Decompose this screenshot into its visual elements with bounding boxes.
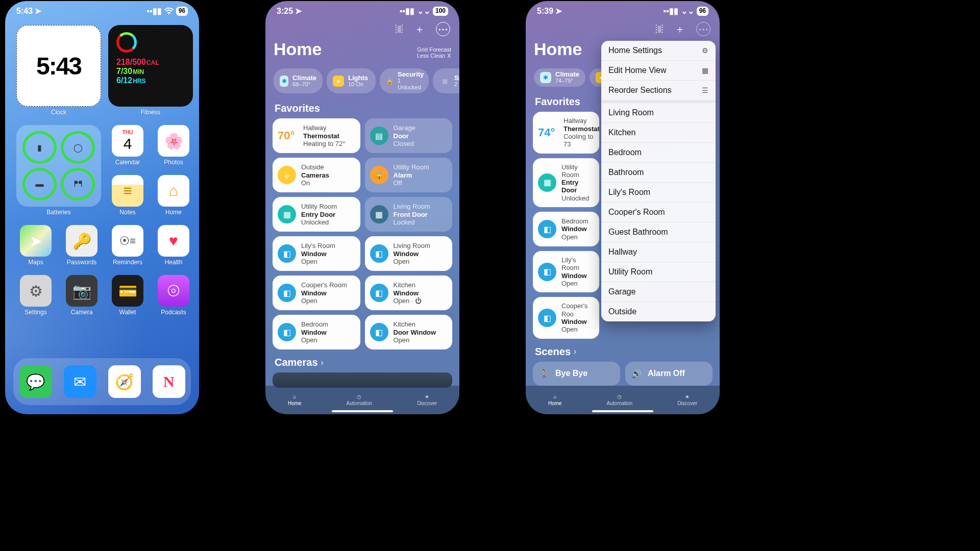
photos-app[interactable]: 🌸 [158,125,189,157]
batteries-widget-label: Batteries [46,209,70,216]
accessory-tile[interactable]: ◧KitchenWindowOpen · ⏻ [365,276,453,310]
favorites-grid: 70°HallwayThermostatHeating to 72°▤Garag… [265,118,459,349]
reminders-app[interactable]: ⦿≡ [112,225,143,257]
chevron-right-icon: › [321,358,324,367]
menu-room-cooper-s-room[interactable]: Cooper's Room [601,203,716,222]
accessory-tile[interactable]: ◧Lily's RoomWindowOpen [533,251,599,292]
settings-app[interactable]: ⚙ [20,275,52,307]
airpods-battery-icon: ᖰᖳ [61,168,95,201]
health-app[interactable]: ♥ [158,225,189,257]
more-button[interactable]: ⋯ [696,22,710,36]
wallet-app[interactable]: 💳 [112,275,143,307]
notes-icon: ≡ [123,182,132,199]
accessory-tile[interactable]: ◧Living RoomWindowOpen [365,236,453,271]
category-security[interactable]: 🔒Security1 Unlocked [380,68,429,93]
accessory-tile[interactable]: ▦Utility RoomEntry DoorUnlocked [273,197,360,232]
gear-icon: ⚙ [29,282,43,300]
grid-forecast[interactable]: Grid Forecast Less Clean 𐌗 [417,46,451,59]
camera-icon: 📷 [72,282,91,300]
menu-room-living-room[interactable]: Living Room [601,103,716,123]
accessory-tile[interactable]: 74°HallwayThermostatCooling to 73 [533,112,599,153]
phone-battery-icon: ▮ [22,131,57,164]
tab-home[interactable]: ⌂Home [548,394,562,406]
status-time: 3:25 [277,7,293,16]
add-button[interactable]: ＋ [414,22,425,36]
home-app-menu-open: 5:39➤ ▪▪▮▮⌄⌄96 ⦙⦀⦙ ＋ ⋯ Home ✱Climate74–7… [526,1,720,414]
accessory-tile[interactable]: ◧Cooper's RooWindowOpen [533,297,599,338]
batteries-widget[interactable]: ▮ ◯ ▬ ᖰᖳ [16,125,101,207]
menu-room-kitchen[interactable]: Kitchen [601,123,716,143]
compass-icon: 🧭 [115,373,134,391]
cameras-header[interactable]: Cameras› [265,349,459,372]
menu-edit-home-view[interactable]: Edit Home View▦ [601,61,716,81]
announce-icon[interactable]: ⦙⦀⦙ [395,23,403,35]
fitness-widget[interactable]: 218/500CAL 7/30MIN 6/12HRS [108,25,193,107]
grid-icon: ▦ [702,66,708,74]
accessory-tile[interactable]: ▦Living RoomFront DoorLocked [365,197,453,232]
home-app[interactable]: ⌂ [158,175,189,207]
category-row[interactable]: ✱Climate68–70° ●Lights10 On 🔒Security1 U… [265,63,459,95]
menu-home-settings[interactable]: Home Settings⚙ [601,41,716,61]
more-button[interactable]: ⋯ [436,22,450,36]
menu-room-outside[interactable]: Outside [601,302,716,321]
accessory-tile[interactable]: ⏚OutsideCamerasOn [273,158,360,192]
notes-app[interactable]: ≡ [112,175,143,207]
accessory-tile[interactable]: ▦Utility RoomEntry DoorUnlocked [533,158,599,208]
battery-icon: 100 [433,7,448,16]
location-icon: ➤ [35,6,41,16]
tab-home[interactable]: ⌂Home [288,394,302,406]
announce-icon[interactable]: ⦙⦀⦙ [655,23,664,35]
news-app[interactable]: N [153,365,185,398]
category-climate[interactable]: ✱Climate74–75° [534,68,585,87]
accessory-tile[interactable]: ◧BedroomWindowOpen [533,212,599,246]
safari-app[interactable]: 🧭 [108,365,141,398]
accessory-tile[interactable]: ◧KitchenDoor WindowOpen [365,315,453,349]
menu-room-bathroom[interactable]: Bathroom [601,163,716,183]
podcasts-app[interactable]: ⦾ [158,275,189,307]
maps-app[interactable]: ➤ [20,225,52,257]
window-icon: ◧ [278,284,296,302]
signal-icon: ▪▪▮▮ [663,6,678,16]
menu-room-guest-bathroom[interactable]: Guest Bathroom [601,222,716,242]
category-speakers[interactable]: ▦Sp2 O [433,68,459,93]
calendar-app[interactable]: THU 4 [112,125,143,157]
home-indicator[interactable] [332,410,393,412]
page-title: Home [274,39,322,59]
menu-room-hallway[interactable]: Hallway [601,242,716,262]
mail-app[interactable]: ✉ [64,365,96,398]
messages-app[interactable]: 💬 [19,365,52,398]
tab-automation[interactable]: ◷Automation [347,394,373,406]
tab-discover[interactable]: ★Discover [417,394,437,406]
keypad-icon: ▦ [538,173,556,192]
passwords-app[interactable]: 🔑 [66,225,97,257]
tab-automation[interactable]: ◷Automation [607,394,633,406]
menu-room-garage[interactable]: Garage [601,282,716,302]
accessory-tile[interactable]: ◧BedroomWindowOpen [273,315,360,349]
menu-room-utility-room[interactable]: Utility Room [601,262,716,282]
menu-room-bedroom[interactable]: Bedroom [601,143,716,163]
accessory-tile[interactable]: ◧Lily's RoomWindowOpen [273,236,360,271]
accessory-tile[interactable]: 70°HallwayThermostatHeating to 72° [273,118,360,153]
accessory-tile[interactable]: ▤GarageDoorClosed [365,118,453,153]
clock-widget[interactable]: 5:43 [16,25,101,107]
menu-room-lily-s-room[interactable]: Lily's Room [601,183,716,203]
menu-reorder-sections[interactable]: Reorder Sections☰ [601,81,716,100]
camera-app[interactable]: 📷 [66,275,97,307]
case-battery-icon: ▬ [22,168,57,201]
category-lights[interactable]: ●Lights10 On [327,68,376,93]
accessory-tile[interactable]: ◧Cooper's RoomWindowOpen [273,276,360,310]
scenes-header[interactable]: Scenes› [526,339,720,362]
speaker-icon: ▦ [439,76,450,87]
fan-icon: ✱ [540,72,551,83]
accessory-tile[interactable]: 🔒Utility RoomAlarmOff [365,158,453,192]
scene-alarm-off[interactable]: 🔊Alarm Off [625,362,713,386]
scene-bye-bye[interactable]: 🚶Bye Bye [533,362,620,386]
status-time: 5:39 [537,7,553,16]
tab-discover[interactable]: ★Discover [677,394,697,406]
window-icon: ◧ [370,244,388,263]
home-indicator[interactable] [592,410,653,412]
window-icon: ◧ [538,263,556,281]
news-icon: N [163,373,175,390]
add-button[interactable]: ＋ [675,22,685,36]
category-climate[interactable]: ✱Climate68–70° [274,68,323,93]
